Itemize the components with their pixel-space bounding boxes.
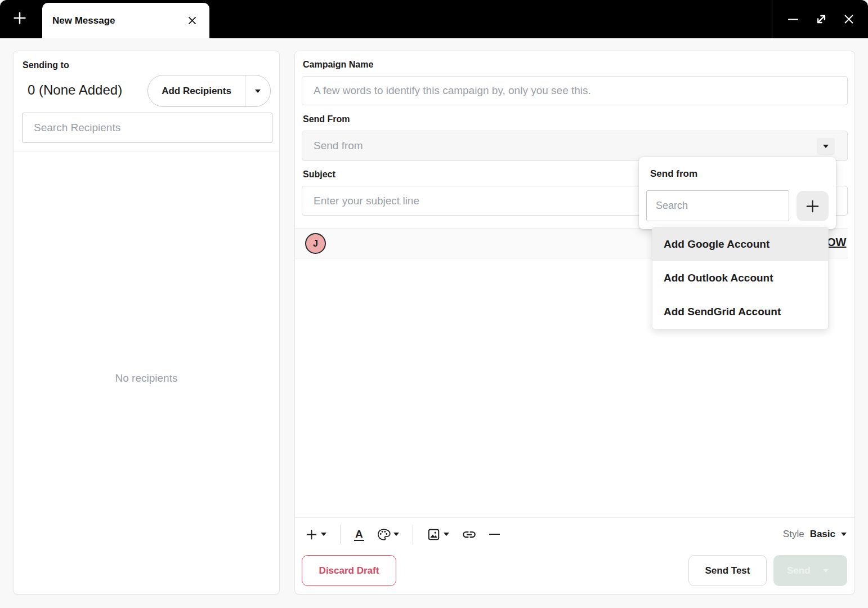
recipients-panel: Sending to 0 (None Added) Add Recipients… [13, 51, 280, 594]
campaign-name-input[interactable] [302, 76, 848, 105]
send-button[interactable]: Send [773, 555, 847, 586]
subject-label: Subject [303, 169, 335, 180]
close-icon [187, 15, 198, 26]
minimize-button[interactable] [784, 10, 803, 29]
link-icon [462, 527, 477, 542]
chevron-down-icon [823, 145, 829, 148]
plus-icon [11, 10, 28, 29]
discard-draft-button[interactable]: Discard Draft [302, 555, 396, 586]
send-from-popup: Send from [639, 157, 836, 229]
text-color-button[interactable] [374, 526, 401, 543]
title-bar: New Message [0, 0, 868, 38]
chevron-down-icon [823, 569, 829, 573]
toolbar-separator [413, 525, 413, 544]
menu-item-add-google-account[interactable]: Add Google Account [652, 227, 828, 261]
style-label: Style [783, 529, 804, 540]
search-recipients-input[interactable] [22, 113, 272, 143]
divider [295, 517, 854, 518]
send-button-label: Send [787, 565, 811, 576]
chevron-down-icon [393, 533, 399, 536]
horizontal-rule-icon [489, 534, 500, 535]
partial-link[interactable]: OW [827, 236, 846, 249]
chevron-down-icon [444, 533, 449, 536]
insert-link-button[interactable] [459, 526, 479, 543]
add-account-button[interactable] [797, 191, 829, 221]
tab-title: New Message [52, 15, 185, 26]
send-from-label: Send From [303, 114, 350, 124]
campaign-name-label: Campaign Name [303, 60, 373, 70]
new-tab-button[interactable] [10, 10, 29, 29]
add-recipients-dropdown[interactable] [245, 75, 270, 106]
chevron-down-icon [255, 90, 261, 93]
close-icon [843, 13, 855, 25]
minimize-icon [786, 12, 800, 26]
divider [14, 151, 279, 151]
text-format-button[interactable]: A [352, 527, 366, 542]
horizontal-rule-button[interactable] [487, 533, 502, 537]
app-window: New Message Sending to 0 (None Added) Ad… [0, 0, 868, 608]
chevron-down-icon [321, 533, 326, 536]
add-recipients-button[interactable]: Add Recipients [147, 75, 271, 107]
chevron-down-icon [841, 533, 847, 536]
add-account-menu: Add Google Account Add Outlook Account A… [652, 227, 829, 329]
sending-to-label: Sending to [23, 60, 69, 70]
palette-icon [377, 527, 391, 542]
send-test-button[interactable]: Send Test [688, 555, 767, 586]
format-text-icon: A [354, 528, 364, 541]
toolbar-separator [340, 525, 341, 544]
add-recipients-label[interactable]: Add Recipients [148, 75, 245, 106]
tab-new-message[interactable]: New Message [42, 3, 209, 38]
style-value: Basic [810, 529, 835, 540]
maximize-button[interactable] [812, 10, 831, 29]
insert-button[interactable] [303, 527, 329, 542]
editor-toolbar: A [303, 523, 502, 546]
style-chooser[interactable]: Style Basic [783, 523, 847, 546]
send-from-dropdown-button[interactable] [817, 138, 835, 155]
titlebar-separator [772, 0, 772, 38]
send-from-placeholder: Send from [314, 140, 836, 152]
avatar[interactable]: J [305, 233, 326, 254]
send-from-popup-title: Send from [650, 168, 697, 180]
expand-icon [814, 12, 829, 26]
no-recipients-text: No recipients [14, 372, 279, 385]
insert-image-button[interactable] [424, 526, 451, 543]
plus-icon [305, 528, 318, 541]
recipient-count: 0 (None Added) [28, 82, 122, 98]
tab-close-button[interactable] [185, 14, 199, 28]
menu-item-add-sendgrid-account[interactable]: Add SendGrid Account [652, 295, 828, 329]
plus-icon [804, 198, 821, 214]
window-close-button[interactable] [839, 10, 858, 29]
image-icon [427, 527, 441, 542]
send-from-field[interactable]: Send from [302, 131, 848, 161]
send-from-search-input[interactable] [646, 190, 789, 221]
menu-item-add-outlook-account[interactable]: Add Outlook Account [652, 261, 828, 295]
